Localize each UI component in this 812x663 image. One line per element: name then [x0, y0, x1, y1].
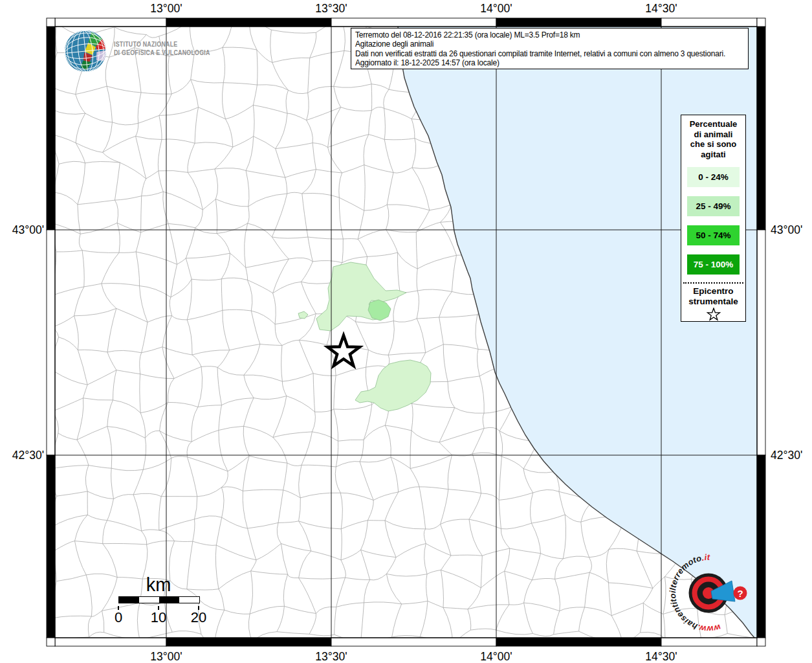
axis-label-left-42-30: 42°30' [1, 449, 44, 462]
info-line-event: Terremoto del 08-12-2016 22:21:35 (ora l… [355, 30, 744, 39]
axis-label-top-13-30: 13°30' [302, 2, 360, 15]
axis-label-bottom-13-00: 13°00' [137, 650, 195, 663]
legend-swatch-75-100: 75 - 100% [687, 254, 740, 275]
scale-bar-unit: km [110, 575, 207, 594]
axis-label-top-14-00: 14°00' [467, 2, 525, 15]
map [45, 16, 767, 646]
ingv-logo-text: ISTITUTO NAZIONALE DI GEOFISICA E VULCAN… [114, 40, 210, 73]
scale-tick-20: 20 [186, 610, 212, 625]
legend-divider [683, 282, 743, 284]
legend-title: Percentuale di animali che si sono agita… [681, 119, 745, 159]
legend-swatch-50-74: 50 - 74% [687, 225, 740, 245]
info-line-source: Dati non verificati estratti da 26 quest… [355, 49, 744, 58]
scale-bar-segments [118, 596, 200, 603]
scale-tick-0: 0 [105, 610, 131, 625]
axis-label-left-43-00: 43°00' [1, 223, 44, 236]
question-mark-icon: ? [737, 588, 743, 599]
axis-label-bottom-14-30: 14°30' [632, 650, 690, 663]
legend-epicenter-label: Epicentro [681, 286, 745, 297]
legend: Percentuale di animali che si sono agita… [681, 115, 746, 322]
legend-swatch-25-49: 25 - 49% [687, 196, 740, 216]
info-line-topic: Agitazione degli animali [355, 39, 744, 49]
scale-bar: km 0 10 20 [110, 575, 214, 603]
scale-tick-10: 10 [146, 610, 171, 625]
axis-label-bottom-13-30: 13°30' [302, 650, 360, 663]
earthquake-info-box: Terremoto del 08-12-2016 22:21:35 (ora l… [351, 28, 749, 69]
axis-label-bottom-14-00: 14°00' [467, 650, 525, 663]
map-canvas: ? www.haisentitoilterremoto.it [0, 0, 812, 663]
legend-star-icon [706, 308, 721, 322]
ingv-logo: ISTITUTO NAZIONALE DI GEOFISICA E VULCAN… [63, 29, 228, 73]
info-line-updated: Aggiornato il: 18-12-2025 14:57 (ora loc… [355, 58, 744, 67]
axis-label-right-42-30: 42°30' [771, 449, 812, 462]
legend-swatch-0-24: 0 - 24% [687, 167, 740, 187]
ingv-globe-icon [63, 29, 107, 73]
haisentitoilterremoto-map-page: ? www.haisentitoilterremoto.it 13°00' 13… [0, 0, 812, 663]
axis-label-top-13-00: 13°00' [137, 2, 195, 15]
axis-label-top-14-30: 14°30' [632, 2, 690, 15]
axis-label-right-43-00: 43°00' [771, 223, 812, 236]
legend-epicenter-label-2: strumentale [681, 297, 745, 307]
